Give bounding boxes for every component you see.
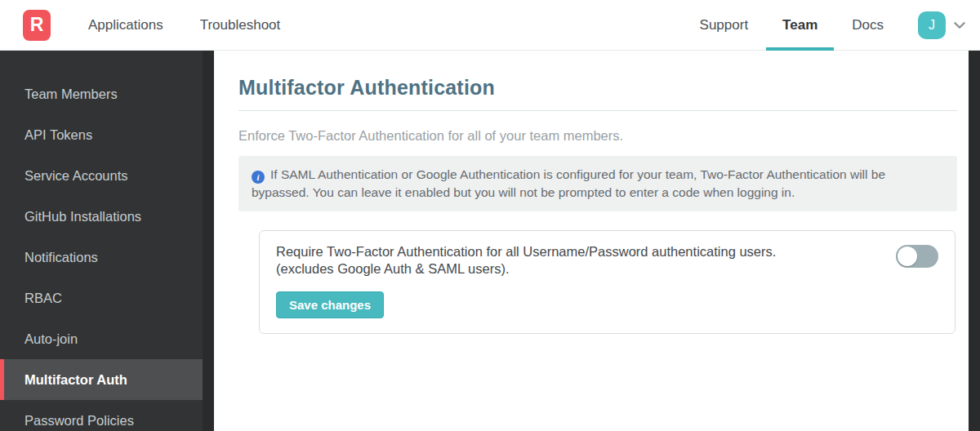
sidebar-item-rbac[interactable]: RBAC [0,278,203,318]
main-content: Multifactor Authentication Enforce Two-F… [214,51,969,431]
sidebar-item-password-policies[interactable]: Password Policies [0,400,203,431]
nav-item-applications[interactable]: Applications [88,0,163,50]
info-callout-text: If SAML Authentication or Google Authent… [252,167,885,199]
nav-item-docs[interactable]: Docs [852,0,884,50]
setting-label-line1: Require Two-Factor Authentication for al… [276,243,871,260]
chevron-down-icon[interactable] [952,18,967,33]
toggle-knob [898,247,917,266]
nav-item-team[interactable]: Team [782,0,817,50]
title-divider [238,110,957,111]
save-changes-button[interactable]: Save changes [276,291,384,318]
active-tab-underline [766,47,834,51]
avatar[interactable]: J [918,11,946,39]
two-factor-setting-card: Require Two-Factor Authentication for al… [259,230,956,334]
nav-item-troubleshoot[interactable]: Troubleshoot [200,0,281,50]
page-description: Enforce Two-Factor Authentication for al… [238,128,957,144]
two-factor-toggle[interactable] [896,245,938,268]
settings-sidebar: Team Members API Tokens Service Accounts… [0,51,203,431]
sidebar-item-api-tokens[interactable]: API Tokens [0,114,203,155]
page-body: Team Members API Tokens Service Accounts… [0,51,980,431]
setting-label: Require Two-Factor Authentication for al… [276,243,896,278]
navbar-left-group: Applications Troubleshoot [88,0,280,50]
sidebar-item-notifications[interactable]: Notifications [0,237,203,278]
sidebar-item-multifactor-auth[interactable]: Multifactor Auth [0,359,203,400]
sidebar-item-auto-join[interactable]: Auto-join [0,318,203,359]
sidebar-item-github-installations[interactable]: GitHub Installations [0,196,203,237]
user-menu[interactable]: J [918,0,967,50]
nav-item-team-label: Team [782,17,817,33]
sidebar-item-team-members[interactable]: Team Members [0,73,203,114]
sidebar-gutter [203,51,214,431]
sidebar-item-service-accounts[interactable]: Service Accounts [0,155,203,196]
nav-item-support[interactable]: Support [700,0,749,50]
setting-label-line2: (excludes Google Auth & SAML users). [276,260,871,278]
rollbar-logo[interactable]: R [23,10,51,41]
info-icon: i [252,171,265,184]
page-title: Multifactor Authentication [238,76,957,100]
navbar-right-group: Support Team Docs J [700,0,967,50]
top-navbar: R Applications Troubleshoot Support Team… [0,0,980,51]
info-callout: iIf SAML Authentication or Google Authen… [238,156,957,211]
right-edge-strip [969,51,980,431]
